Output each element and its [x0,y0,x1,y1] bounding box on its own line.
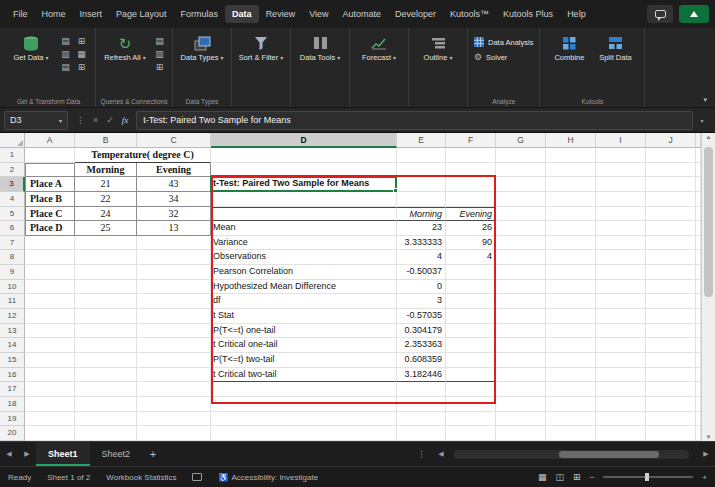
cell-E20[interactable] [397,426,446,441]
cell-G8[interactable] [496,250,546,265]
column-header-a[interactable]: A [25,133,75,148]
cell-D1[interactable] [211,148,397,163]
cell-D4[interactable] [211,192,397,207]
tab-options-icon[interactable]: ⋮ [411,449,432,459]
cell-C11[interactable] [137,294,211,309]
cell-C3[interactable]: 43 [137,177,211,192]
menu-tab-file[interactable]: File [6,5,35,23]
cell-F20[interactable] [446,426,496,441]
cell-C12[interactable] [137,309,211,324]
menu-tab-automate[interactable]: Automate [336,5,389,23]
cell-A14[interactable] [25,338,75,353]
cell-H18[interactable] [546,397,596,412]
cell-F4[interactable] [446,192,496,207]
sheet-tab-sheet2[interactable]: Sheet2 [90,442,143,466]
cell-I17[interactable] [596,382,646,397]
cell-J11[interactable] [646,294,696,309]
column-header-h[interactable]: H [546,133,596,148]
cell-E10[interactable]: 0 [397,280,446,295]
cell-G17[interactable] [496,382,546,397]
cell-C10[interactable] [137,280,211,295]
horizontal-scroll-thumb[interactable] [559,451,659,458]
page-break-view-icon[interactable]: ⊞ [573,472,581,482]
cell-A4[interactable]: Place B [25,192,75,207]
cell-G19[interactable] [496,412,546,427]
workbook-statistics-button[interactable]: Workbook Statistics [106,473,176,482]
data-types-button[interactable]: Data Types▾ [179,32,225,62]
menu-tab-data[interactable]: Data [225,5,259,23]
enter-icon[interactable]: ✓ [106,115,114,125]
hscroll-right-icon[interactable]: ▶ [697,450,715,458]
cell-E2[interactable] [397,163,446,178]
cell-D12[interactable]: t Stat [211,309,397,324]
menu-tab-developer[interactable]: Developer [388,5,443,23]
cell-B10[interactable] [75,280,137,295]
row-header-5[interactable]: 5 [0,207,25,222]
cell-E1[interactable] [397,148,446,163]
cell-F16[interactable] [446,368,496,383]
cell-J14[interactable] [646,338,696,353]
cell-I9[interactable] [596,265,646,280]
cell-C14[interactable] [137,338,211,353]
cell-D13[interactable]: P(T<=t) one-tail [211,324,397,339]
cell-C8[interactable] [137,250,211,265]
cell-G3[interactable] [496,177,546,192]
cell-F18[interactable] [446,397,496,412]
cell-A6[interactable]: Place D [25,221,75,236]
cell-D2[interactable] [211,163,397,178]
column-header-i[interactable]: I [596,133,646,148]
cell-E19[interactable] [397,412,446,427]
cell-J12[interactable] [646,309,696,324]
cell-C4[interactable]: 34 [137,192,211,207]
cell-I12[interactable] [596,309,646,324]
cell-B18[interactable] [75,397,137,412]
cell-H4[interactable] [546,192,596,207]
cell-D5[interactable] [211,207,397,222]
cell-G2[interactable] [496,163,546,178]
cell-A7[interactable] [25,236,75,251]
zoom-out-icon[interactable]: − [590,473,595,482]
chevron-down-icon[interactable]: ▾ [59,117,62,124]
cell-D19[interactable] [211,412,397,427]
zoom-slider-thumb[interactable] [645,473,649,481]
cell-G20[interactable] [496,426,546,441]
cell-E4[interactable] [397,192,446,207]
hscroll-left-icon[interactable]: ◀ [432,450,450,458]
cell-C2[interactable]: Evening [137,163,211,178]
normal-view-icon[interactable]: ▦ [538,472,547,482]
cell-G14[interactable] [496,338,546,353]
cell-B7[interactable] [75,236,137,251]
cell-H10[interactable] [546,280,596,295]
page-layout-view-icon[interactable]: ◫ [556,472,565,482]
cell-I13[interactable] [596,324,646,339]
mini-connection-icon[interactable]: ▥ [153,48,166,60]
cell-A19[interactable] [25,412,75,427]
zoom-in-icon[interactable]: + [702,473,707,482]
cell-F12[interactable] [446,309,496,324]
cell-C17[interactable] [137,382,211,397]
row-header-14[interactable]: 14 [0,338,25,353]
row-header-4[interactable]: 4 [0,192,25,207]
cell-I7[interactable] [596,236,646,251]
cell-F8[interactable]: 4 [446,250,496,265]
mini-connection-icon[interactable]: ⊞ [153,61,166,73]
row-header-11[interactable]: 11 [0,294,25,309]
menu-tab-view[interactable]: View [302,5,335,23]
cell-C20[interactable] [137,426,211,441]
cell-B11[interactable] [75,294,137,309]
cell-J13[interactable] [646,324,696,339]
cell-G10[interactable] [496,280,546,295]
cell-E8[interactable]: 4 [397,250,446,265]
cell-H17[interactable] [546,382,596,397]
forecast-button[interactable]: Forecast▾ [356,32,402,62]
menu-tab-kutools-plus[interactable]: Kutools Plus [496,5,560,23]
cell-A15[interactable] [25,353,75,368]
cell-D8[interactable]: Observations [211,250,397,265]
mini-source-icon[interactable]: ▤ [59,35,72,47]
cell-I2[interactable] [596,163,646,178]
cell-J5[interactable] [646,207,696,222]
cell-H9[interactable] [546,265,596,280]
column-header-e[interactable]: E [397,133,446,148]
row-header-9[interactable]: 9 [0,265,25,280]
cell-F9[interactable] [446,265,496,280]
